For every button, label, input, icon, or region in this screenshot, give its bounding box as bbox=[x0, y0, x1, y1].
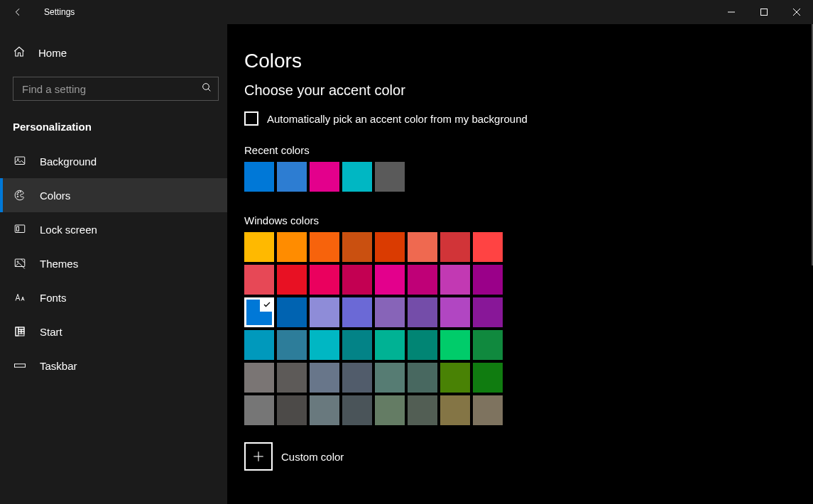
auto-accent-checkbox[interactable]: Automatically pick an accent color from … bbox=[244, 111, 813, 126]
windows-color-swatch[interactable] bbox=[342, 363, 372, 393]
windows-color-swatch[interactable] bbox=[342, 395, 372, 425]
windows-color-swatch[interactable] bbox=[244, 297, 274, 327]
recent-color-swatch[interactable] bbox=[375, 162, 405, 192]
windows-color-swatch[interactable] bbox=[375, 297, 405, 327]
windows-color-swatch[interactable] bbox=[440, 330, 470, 360]
windows-color-swatch[interactable] bbox=[408, 297, 437, 327]
windows-color-swatch[interactable] bbox=[277, 363, 307, 393]
windows-color-swatch[interactable] bbox=[408, 363, 437, 393]
sidebar-item-taskbar[interactable]: Taskbar bbox=[0, 349, 227, 383]
image-icon bbox=[13, 154, 27, 168]
svg-point-15 bbox=[17, 261, 18, 263]
sidebar-section-title: Personalization bbox=[0, 101, 227, 141]
sidebar-item-background[interactable]: Background bbox=[0, 144, 227, 178]
windows-color-swatch[interactable] bbox=[310, 297, 339, 327]
sidebar-item-colors[interactable]: Colors bbox=[0, 178, 227, 212]
sidebar-item-start[interactable]: Start bbox=[0, 314, 227, 349]
windows-color-swatch[interactable] bbox=[277, 265, 307, 295]
windows-color-swatch[interactable] bbox=[375, 330, 405, 360]
windows-color-swatch[interactable] bbox=[244, 330, 274, 360]
back-button[interactable] bbox=[6, 0, 30, 24]
svg-point-8 bbox=[17, 194, 18, 195]
windows-color-swatch[interactable] bbox=[408, 330, 437, 360]
svg-rect-6 bbox=[15, 157, 25, 165]
windows-color-swatch[interactable] bbox=[342, 297, 372, 327]
windows-color-swatch[interactable] bbox=[473, 232, 503, 262]
windows-color-swatch[interactable] bbox=[408, 232, 437, 262]
custom-color-button[interactable]: Custom color bbox=[244, 442, 813, 492]
plus-icon bbox=[244, 442, 273, 471]
windows-color-swatch[interactable] bbox=[375, 265, 405, 295]
windows-color-swatch[interactable] bbox=[310, 265, 339, 295]
sidebar-item-label: Background bbox=[40, 155, 97, 168]
windows-color-swatch[interactable] bbox=[473, 330, 503, 360]
themes-icon bbox=[13, 256, 27, 270]
close-button[interactable] bbox=[780, 0, 813, 24]
windows-color-swatch[interactable] bbox=[310, 395, 339, 425]
windows-color-swatch[interactable] bbox=[440, 265, 470, 295]
windows-color-swatch[interactable] bbox=[408, 395, 437, 425]
windows-color-swatch[interactable] bbox=[473, 297, 503, 327]
windows-color-swatch[interactable] bbox=[375, 363, 405, 393]
windows-color-swatch[interactable] bbox=[310, 363, 339, 393]
windows-color-swatch[interactable] bbox=[244, 265, 274, 295]
windows-color-swatch[interactable] bbox=[440, 395, 470, 425]
svg-point-11 bbox=[17, 196, 18, 197]
sidebar-item-label: Start bbox=[40, 326, 62, 338]
check-icon bbox=[260, 297, 274, 312]
windows-color-swatch[interactable] bbox=[277, 330, 307, 360]
windows-color-swatch[interactable] bbox=[440, 363, 470, 393]
recent-colors-row bbox=[244, 162, 813, 195]
windows-color-swatch[interactable] bbox=[277, 395, 307, 425]
windows-colors-label: Windows colors bbox=[244, 214, 813, 226]
sidebar-item-fonts[interactable]: Fonts bbox=[0, 280, 227, 314]
sidebar-item-label: Lock screen bbox=[40, 224, 97, 236]
checkbox-box[interactable] bbox=[244, 111, 258, 126]
search-field[interactable] bbox=[13, 77, 219, 101]
windows-color-swatch[interactable] bbox=[342, 330, 372, 360]
windows-color-swatch[interactable] bbox=[277, 297, 307, 327]
windows-color-swatch[interactable] bbox=[440, 232, 470, 262]
windows-color-swatch[interactable] bbox=[342, 232, 372, 262]
sidebar-item-label: Fonts bbox=[40, 292, 67, 304]
windows-color-swatch[interactable] bbox=[244, 232, 274, 262]
search-icon bbox=[201, 82, 212, 96]
windows-color-swatch[interactable] bbox=[408, 265, 437, 295]
windows-color-swatch[interactable] bbox=[342, 265, 372, 295]
svg-point-9 bbox=[18, 192, 19, 193]
fonts-icon bbox=[13, 290, 27, 305]
minimize-button[interactable] bbox=[715, 0, 748, 24]
recent-color-swatch[interactable] bbox=[244, 162, 274, 192]
windows-color-swatch[interactable] bbox=[310, 232, 339, 262]
sidebar-item-themes[interactable]: Themes bbox=[0, 246, 227, 280]
search-input[interactable] bbox=[21, 82, 201, 96]
svg-rect-1 bbox=[761, 9, 768, 16]
windows-color-swatch[interactable] bbox=[473, 363, 503, 393]
svg-line-5 bbox=[208, 89, 210, 91]
windows-color-swatch[interactable] bbox=[375, 395, 405, 425]
home-label: Home bbox=[38, 47, 67, 59]
taskbar-icon bbox=[13, 358, 27, 373]
windows-color-swatch[interactable] bbox=[277, 232, 307, 262]
auto-accent-label: Automatically pick an accent color from … bbox=[267, 113, 528, 125]
windows-color-swatch[interactable] bbox=[440, 297, 470, 327]
sidebar-item-lock-screen[interactable]: Lock screen bbox=[0, 212, 227, 246]
lock-screen-icon bbox=[13, 222, 27, 236]
home-icon bbox=[13, 45, 26, 60]
recent-color-swatch[interactable] bbox=[310, 162, 339, 192]
windows-color-swatch[interactable] bbox=[375, 232, 405, 262]
maximize-button[interactable] bbox=[748, 0, 780, 24]
svg-point-4 bbox=[203, 84, 209, 90]
svg-rect-13 bbox=[17, 226, 19, 231]
windows-color-swatch[interactable] bbox=[473, 395, 503, 425]
windows-color-swatch[interactable] bbox=[310, 330, 339, 360]
app-title: Settings bbox=[44, 7, 75, 17]
windows-color-swatch[interactable] bbox=[244, 363, 274, 393]
windows-color-swatch[interactable] bbox=[473, 265, 503, 295]
svg-point-7 bbox=[17, 158, 18, 160]
recent-color-swatch[interactable] bbox=[342, 162, 372, 192]
titlebar: Settings bbox=[0, 0, 813, 24]
home-nav[interactable]: Home bbox=[0, 37, 227, 68]
recent-color-swatch[interactable] bbox=[277, 162, 307, 192]
windows-color-swatch[interactable] bbox=[244, 395, 274, 425]
